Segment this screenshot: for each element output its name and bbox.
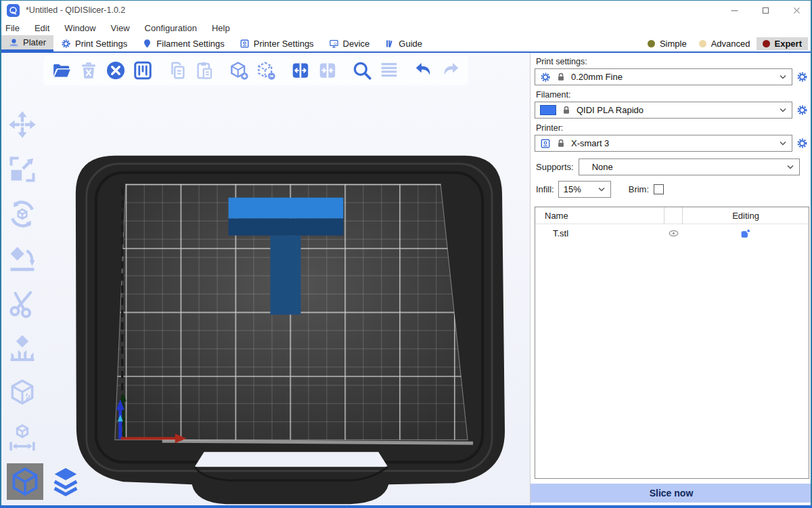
- menu-edit[interactable]: Edit: [35, 22, 57, 35]
- measure-tool-button[interactable]: [6, 421, 39, 454]
- printer-label: Printer:: [536, 123, 809, 133]
- object-list-header: Name Editing: [535, 207, 809, 224]
- search-button[interactable]: [350, 59, 374, 83]
- arrange-button[interactable]: [131, 59, 154, 83]
- trash-delete-icon: [78, 60, 99, 81]
- cut-tool-button[interactable]: [6, 287, 39, 320]
- copy-button[interactable]: [165, 59, 189, 83]
- gear-icon: [540, 72, 551, 83]
- 3d-editor-view-button[interactable]: [7, 463, 43, 500]
- slice-now-button[interactable]: Slice now: [531, 484, 812, 503]
- infill-combo[interactable]: 15%: [558, 181, 611, 198]
- object-row[interactable]: T.stl: [535, 224, 809, 242]
- edit-print-settings-button[interactable]: [796, 71, 808, 83]
- search-icon: [352, 60, 372, 81]
- tab-guide[interactable]: Guide: [377, 35, 430, 51]
- brim-checkbox[interactable]: [654, 184, 664, 194]
- tab-device[interactable]: Device: [321, 35, 378, 51]
- toggle-visibility-button[interactable]: [664, 228, 683, 239]
- view-mode-buttons: [7, 463, 84, 500]
- menu-window[interactable]: Window: [64, 22, 103, 35]
- delete-all-icon: [106, 60, 126, 81]
- maximize-button[interactable]: [750, 0, 781, 20]
- filament-label: Filament:: [536, 90, 809, 100]
- split-parts-button[interactable]: [315, 59, 339, 83]
- edit-filament-settings-button[interactable]: [796, 104, 808, 116]
- tab-printer-settings[interactable]: Printer Settings: [232, 35, 321, 51]
- qidislicer-window: *Untitled - QIDISlicer-1.0.2 File Edit W…: [0, 0, 812, 508]
- lock-icon: [561, 105, 572, 116]
- name-column-header: Name: [535, 207, 664, 224]
- open-project-button[interactable]: [49, 59, 73, 83]
- tab-plater[interactable]: Plater: [1, 35, 53, 51]
- plate-front-highlight: [162, 441, 473, 443]
- seam-painting-tool-button[interactable]: [6, 377, 39, 409]
- remove-instance-button[interactable]: [254, 59, 277, 83]
- device-icon: [329, 39, 339, 49]
- window-border-top: [0, 0, 812, 1]
- filament-combo[interactable]: QIDI PLA Rapido: [535, 102, 792, 119]
- supports-combo[interactable]: None: [579, 158, 800, 175]
- rotate-icon: [7, 199, 37, 229]
- preview-layers-view-button[interactable]: [47, 463, 84, 500]
- edit-printer-settings-button[interactable]: [796, 137, 808, 149]
- edit-object-button[interactable]: [683, 228, 809, 240]
- seam-painting-icon: [7, 378, 37, 408]
- rotate-tool-button[interactable]: [6, 198, 39, 230]
- close-button[interactable]: [781, 0, 812, 20]
- delete-all-button[interactable]: [104, 59, 127, 83]
- minimize-button[interactable]: [719, 0, 750, 20]
- menu-help[interactable]: Help: [212, 22, 238, 35]
- chevron-down-icon: [779, 108, 787, 113]
- mode-selector: Simple Advanced Expert: [641, 35, 812, 51]
- delete-button[interactable]: [76, 59, 100, 83]
- mode-label: Expert: [775, 39, 802, 49]
- title-bar: *Untitled - QIDISlicer-1.0.2: [0, 0, 812, 20]
- split-objects-button[interactable]: [288, 59, 312, 83]
- cube-view-icon: [9, 466, 41, 497]
- move-icon: [7, 110, 37, 140]
- split-parts-icon: [317, 60, 338, 81]
- plater-icon: [9, 37, 19, 47]
- minimize-icon: [729, 5, 740, 16]
- model-stem-face: [270, 236, 300, 315]
- menu-file[interactable]: File: [5, 22, 27, 35]
- mode-advanced[interactable]: Advanced: [693, 37, 757, 50]
- undo-button[interactable]: [411, 59, 435, 83]
- window-border-bottom: [0, 505, 812, 508]
- tab-label: Print Settings: [75, 39, 127, 49]
- scale-tool-button[interactable]: [6, 153, 39, 186]
- paste-button[interactable]: [192, 59, 216, 83]
- place-on-face-tool-button[interactable]: [6, 242, 39, 275]
- tab-label: Device: [343, 39, 370, 49]
- plater-toolbar: [43, 56, 468, 85]
- tab-print-settings[interactable]: Print Settings: [53, 35, 135, 51]
- advanced-dot-icon: [699, 40, 706, 47]
- print-preset-value: 0.20mm Fine: [571, 72, 623, 82]
- menu-configuration[interactable]: Configuration: [145, 22, 204, 35]
- supports-label: Supports:: [536, 162, 574, 172]
- visibility-column-header: [664, 207, 683, 224]
- variable-layer-height-button[interactable]: [377, 59, 401, 83]
- settings-panel: Print settings: 0.20mm Fine Filament: QI…: [531, 53, 812, 505]
- print-settings-combo[interactable]: 0.20mm Fine: [535, 68, 792, 85]
- move-tool-button[interactable]: [6, 108, 39, 141]
- eye-icon: [668, 228, 679, 239]
- tab-filament-settings[interactable]: Filament Settings: [135, 35, 231, 51]
- chevron-down-icon: [779, 141, 787, 146]
- mode-expert[interactable]: Expert: [757, 37, 808, 50]
- 3d-viewport[interactable]: [0, 53, 531, 505]
- mode-simple[interactable]: Simple: [641, 37, 693, 50]
- add-instance-button[interactable]: [227, 59, 250, 83]
- redo-button[interactable]: [438, 59, 462, 83]
- paste-icon: [194, 60, 215, 81]
- printer-combo[interactable]: X-smart 3: [535, 135, 792, 152]
- layer-lines-icon: [379, 60, 399, 81]
- infill-label: Infill:: [536, 184, 554, 194]
- model-crossbar-front-face: [229, 219, 344, 236]
- print-settings-label: Print settings:: [536, 57, 809, 66]
- menu-view[interactable]: View: [111, 22, 137, 35]
- printer-icon: [240, 39, 250, 49]
- filament-color-swatch: [540, 105, 556, 115]
- paint-supports-tool-button[interactable]: [6, 332, 39, 364]
